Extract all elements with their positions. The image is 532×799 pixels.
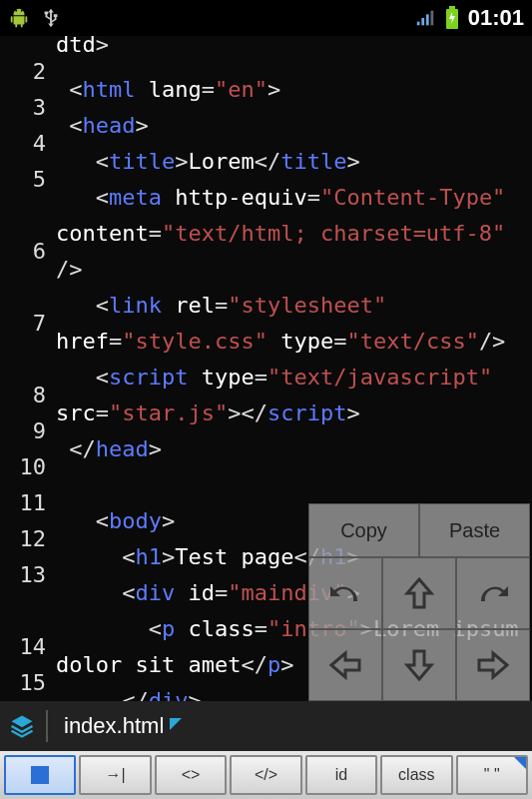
svg-rect-0	[416, 22, 419, 26]
bottom-toolbar: →| <> </> id class " "	[0, 751, 532, 799]
layers-icon[interactable]	[8, 712, 36, 740]
arrow-down-button[interactable]	[382, 629, 456, 701]
arrow-up-button[interactable]	[382, 557, 456, 629]
arrow-up-icon	[399, 573, 439, 613]
undo-icon	[325, 573, 365, 613]
tab-label: →|	[106, 766, 126, 784]
svg-rect-5	[449, 6, 455, 9]
line-number: 13	[0, 557, 56, 629]
floating-keypad[interactable]: Copy Paste	[308, 503, 530, 701]
tab-filename[interactable]: index.html	[64, 713, 164, 739]
status-bar: 01:01	[0, 0, 532, 36]
battery-icon	[444, 6, 460, 30]
tab-chevron-icon[interactable]	[170, 717, 184, 736]
divider	[46, 710, 48, 742]
status-clock: 01:01	[468, 5, 524, 31]
undo-button[interactable]	[308, 557, 382, 629]
svg-rect-1	[421, 18, 424, 25]
id-label: id	[335, 766, 347, 784]
line-number: 6	[0, 234, 56, 306]
arrow-right-icon	[473, 645, 513, 685]
arrow-left-icon	[325, 645, 365, 685]
arrow-right-button[interactable]	[456, 629, 530, 701]
class-label: class	[398, 766, 434, 784]
toolbar-tag-open-button[interactable]: <>	[155, 755, 227, 795]
line-number: 2	[0, 54, 56, 90]
select-icon	[31, 766, 49, 784]
line-number: 10	[0, 449, 56, 485]
line-number: 11	[0, 485, 56, 521]
usb-icon	[40, 7, 62, 29]
toolbar-tab-button[interactable]: →|	[79, 755, 151, 795]
paste-button[interactable]: Paste	[419, 503, 530, 557]
copy-label: Copy	[340, 519, 387, 542]
line-gutter: 2 3 4 5 6 7 8 9 10 11 12 13 14 15 16	[0, 36, 56, 701]
toolbar-class-button[interactable]: class	[380, 755, 452, 795]
line-number: 5	[0, 162, 56, 234]
tab-bar: index.html	[0, 701, 532, 751]
paste-label: Paste	[449, 519, 500, 542]
android-icon	[8, 7, 30, 29]
line-number: 4	[0, 126, 56, 162]
quote-label: " "	[484, 766, 500, 784]
redo-icon	[473, 573, 513, 613]
arrow-down-icon	[399, 645, 439, 685]
toolbar-select-button[interactable]	[4, 755, 76, 795]
copy-button[interactable]: Copy	[308, 503, 419, 557]
line-number: 3	[0, 90, 56, 126]
line-number: 8	[0, 378, 56, 413]
toolbar-quote-button[interactable]: " "	[456, 755, 528, 795]
line-number: 12	[0, 521, 56, 557]
arrow-left-button[interactable]	[308, 629, 382, 701]
redo-button[interactable]	[456, 557, 530, 629]
signal-icon	[414, 7, 436, 29]
toolbar-tag-close-button[interactable]: </>	[230, 755, 301, 795]
line-number: 15	[0, 665, 56, 701]
line-number: 9	[0, 413, 56, 449]
line-number: 7	[0, 306, 56, 378]
svg-rect-3	[430, 11, 433, 26]
tag-open-label: <>	[182, 766, 201, 784]
tag-close-label: </>	[255, 766, 277, 784]
line-number: 14	[0, 629, 56, 665]
corner-indicator-icon	[514, 757, 526, 769]
toolbar-id-button[interactable]: id	[305, 755, 377, 795]
svg-rect-2	[426, 14, 429, 25]
